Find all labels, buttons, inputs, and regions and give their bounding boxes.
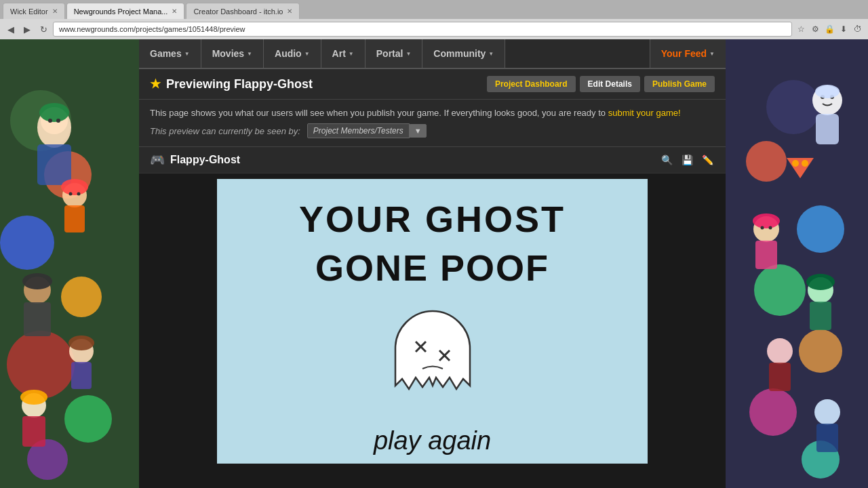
nav-movies-arrow: ▼	[247, 51, 252, 57]
svg-point-12	[48, 119, 52, 123]
tab-label: Creator Dashboard - itch.io	[193, 7, 283, 16]
preview-title: ★ Previewing Flappy-Ghost	[150, 77, 313, 92]
visibility-dropdown[interactable]: Project Members/Testers	[307, 123, 410, 138]
svg-rect-53	[769, 363, 791, 391]
publish-game-button[interactable]: Publish Game	[644, 76, 715, 92]
svg-point-5	[7, 331, 75, 399]
address-bar[interactable]: www.newgrounds.com/projects/games/105144…	[53, 22, 792, 37]
play-again-text: play again	[374, 426, 491, 455]
visibility-arrow-btn[interactable]: ▼	[410, 124, 427, 138]
tab-newgrounds[interactable]: Newgrounds Project Mana... ✕	[66, 3, 185, 19]
ng-navbar: Games ▼ Movies ▼ Audio ▼ Art ▼ Portal ▼ …	[139, 39, 726, 69]
edit-details-button[interactable]: Edit Details	[580, 76, 640, 92]
nav-community-arrow: ▼	[488, 51, 494, 57]
preview-info: This page shows you what our users will …	[139, 100, 726, 147]
svg-point-51	[806, 274, 835, 290]
game-tools: 🔍 💾 ✏️	[659, 152, 715, 167]
tab-wick-editor[interactable]: Wick Editor ✕	[3, 3, 65, 19]
svg-rect-26	[22, 416, 45, 447]
svg-point-29	[766, 80, 821, 134]
svg-point-27	[20, 390, 47, 405]
svg-point-30	[746, 141, 787, 182]
svg-rect-23	[71, 362, 92, 389]
extension-icon-1[interactable]: ⚙	[809, 23, 821, 35]
extension-icon-3[interactable]: ⬇	[837, 23, 850, 35]
svg-point-31	[797, 205, 844, 253]
tab-close-wick[interactable]: ✕	[52, 7, 58, 15]
nav-portal-arrow: ▼	[406, 51, 411, 57]
tab-itch[interactable]: Creator Dashboard - itch.io ✕	[186, 3, 300, 19]
timer-icon: ⏱	[852, 23, 864, 35]
svg-point-15	[61, 179, 88, 195]
nav-games[interactable]: Games ▼	[139, 39, 201, 68]
nav-art-arrow: ▼	[349, 51, 354, 57]
nav-community[interactable]: Community ▼	[422, 39, 505, 68]
nav-feed-arrow: ▼	[709, 51, 715, 57]
svg-rect-40	[816, 114, 839, 144]
address-bar-row: ◀ ▶ ↻ www.newgrounds.com/projects/games/…	[0, 19, 868, 39]
svg-point-34	[749, 388, 797, 436]
main-content: Games ▼ Movies ▼ Audio ▼ Art ▼ Portal ▼ …	[139, 39, 726, 488]
game-canvas: YOUR GHOST GONE POOF	[217, 179, 648, 464]
svg-point-54	[814, 399, 840, 425]
edit-tool-icon[interactable]: ✏️	[700, 152, 715, 167]
ghost-svg	[378, 304, 487, 409]
svg-point-32	[754, 264, 806, 316]
submit-game-link[interactable]: submit your game!	[608, 108, 681, 118]
nav-games-arrow: ▼	[184, 51, 190, 57]
svg-rect-9	[37, 144, 71, 185]
side-panel-left	[0, 39, 139, 488]
visibility-select[interactable]: Project Members/Testers ▼	[307, 123, 427, 138]
header-buttons: Project Dashboard Edit Details Publish G…	[487, 76, 715, 92]
game-canvas-container: YOUR GHOST GONE POOF	[139, 174, 726, 469]
svg-point-21	[22, 273, 52, 289]
svg-point-48	[769, 226, 772, 230]
tab-label: Newgrounds Project Mana...	[74, 7, 168, 16]
search-tool-icon[interactable]: 🔍	[659, 152, 674, 167]
nav-movies[interactable]: Movies ▼	[201, 39, 264, 68]
svg-point-52	[767, 338, 793, 364]
project-dashboard-button[interactable]: Project Dashboard	[487, 76, 576, 92]
save-tool-icon[interactable]: 💾	[679, 152, 694, 167]
game-panel: 🎮 Flappy-Ghost 🔍 💾 ✏️ YOUR GHOST GONE PO…	[139, 147, 726, 469]
game-title: 🎮 Flappy-Ghost	[150, 152, 240, 167]
visibility-label: This preview can currently be seen by:	[150, 126, 300, 136]
svg-rect-16	[64, 205, 85, 232]
tab-close-ng[interactable]: ✕	[172, 7, 177, 15]
nav-audio[interactable]: Audio ▼	[264, 39, 321, 68]
svg-point-43	[802, 160, 808, 167]
svg-rect-55	[816, 424, 838, 452]
preview-header: ★ Previewing Flappy-Ghost Project Dashbo…	[139, 69, 726, 100]
svg-point-18	[77, 192, 81, 196]
game-text-line1: YOUR GHOST	[299, 198, 566, 240]
svg-point-4	[61, 277, 102, 317]
forward-button[interactable]: ▶	[20, 22, 34, 36]
tab-close-itch[interactable]: ✕	[287, 7, 292, 15]
svg-point-24	[68, 336, 94, 350]
game-title-text: Flappy-Ghost	[170, 154, 240, 166]
preview-info-text: This page shows you what our users will …	[150, 108, 606, 118]
nav-spacer	[505, 39, 649, 68]
side-panel-right	[726, 39, 868, 488]
svg-point-46	[753, 214, 780, 228]
svg-rect-20	[24, 302, 51, 336]
svg-point-11	[39, 103, 69, 122]
browser-toolbar-icons: ☆ ⚙ 🔒 ⬇ ⏱	[795, 23, 864, 35]
svg-point-42	[792, 160, 799, 167]
nav-art[interactable]: Art ▼	[321, 39, 366, 68]
svg-rect-45	[755, 241, 777, 269]
svg-point-3	[0, 216, 54, 270]
game-title-bar: 🎮 Flappy-Ghost 🔍 💾 ✏️	[139, 147, 726, 174]
url-text: www.newgrounds.com/projects/games/105144…	[59, 25, 245, 33]
svg-point-17	[69, 192, 73, 196]
preview-visibility: This preview can currently be seen by: P…	[150, 123, 715, 138]
back-button[interactable]: ◀	[4, 22, 18, 36]
star-icon: ★	[150, 77, 161, 92]
nav-portal[interactable]: Portal ▼	[366, 39, 423, 68]
extension-icon-2[interactable]: 🔒	[823, 23, 835, 35]
nav-your-feed[interactable]: Your Feed ▼	[650, 39, 726, 68]
svg-point-33	[799, 329, 842, 373]
bookmark-icon[interactable]: ☆	[795, 23, 807, 35]
refresh-button[interactable]: ↻	[37, 22, 50, 36]
tab-bar: Wick Editor ✕ Newgrounds Project Mana...…	[0, 0, 868, 19]
